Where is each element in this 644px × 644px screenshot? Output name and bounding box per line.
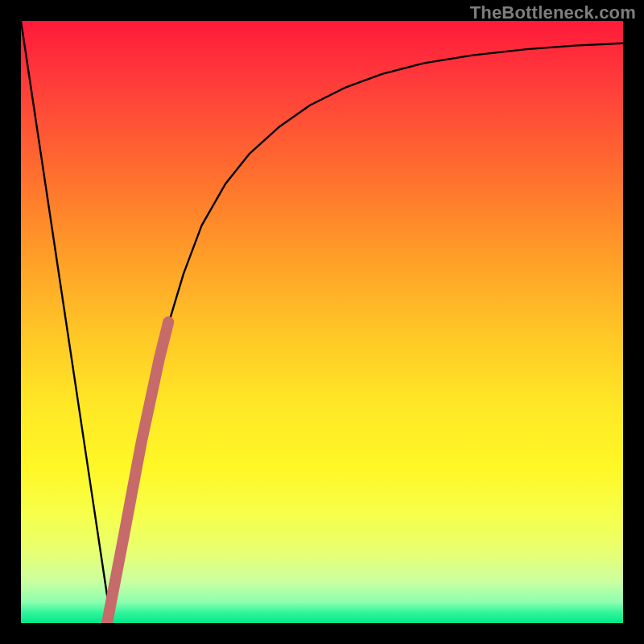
attribution-text: TheBottleneck.com — [470, 2, 636, 23]
highlight-segment-path — [107, 322, 168, 623]
chart-frame: TheBottleneck.com — [0, 0, 644, 644]
plot-area — [21, 21, 623, 623]
chart-svg — [21, 21, 623, 623]
bottleneck-curve-path — [21, 21, 623, 623]
